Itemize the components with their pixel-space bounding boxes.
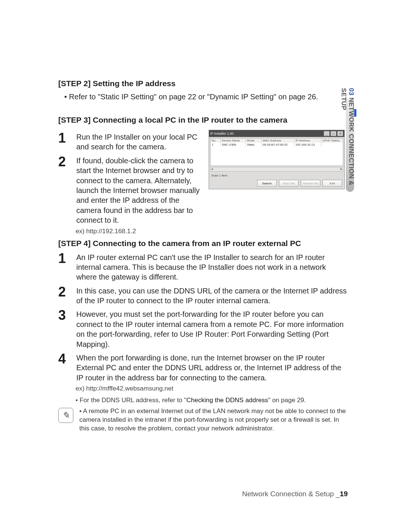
- step4-text-2: In this case, you can use the DDNS URL o…: [76, 285, 348, 306]
- step3-num-2: 2: [58, 155, 75, 225]
- section-side-tab: 03 NETWORK CONNECTION & SETUP: [341, 87, 354, 192]
- step4-example: ex) http://mfffe42.websamsung.net: [76, 385, 348, 392]
- footer-page: 19: [340, 490, 348, 498]
- step2-bullet: Refer to "Static IP Setting" on page 22 …: [64, 92, 348, 102]
- step3-example: ex) http://192.168.1.2: [76, 228, 348, 235]
- search-button[interactable]: Search: [257, 180, 277, 187]
- col-no: No: [211, 138, 221, 143]
- autoset-button[interactable]: Auto Set: [279, 180, 298, 187]
- step2-heading: [STEP 2] Setting the IP address: [58, 79, 348, 88]
- step4-num-3: 3: [58, 309, 75, 349]
- step4-num-2: 2: [58, 285, 75, 306]
- step4-num-4: 4: [58, 352, 75, 383]
- side-tab-title: NETWORK CONNECTION & SETUP: [340, 88, 355, 185]
- footer-section: Network Connection & Setup _: [242, 490, 340, 498]
- step4-text-3: However, you must set the port-forwardin…: [76, 309, 348, 349]
- manualset-button[interactable]: Manual Set: [301, 180, 320, 187]
- maximize-icon[interactable]: □: [330, 131, 336, 136]
- step3-heading: [STEP 3] Connecting a local PC in the IP…: [58, 116, 348, 125]
- ip-installer-window: IP Installer 1.00 _ □ ✕ No Device Name M…: [209, 130, 345, 189]
- col-mode: Mode: [246, 138, 262, 143]
- step4-ddns-note: For the DDNS URL address, refer to "Chec…: [76, 396, 348, 405]
- page-footer: Network Connection & Setup _19: [242, 490, 348, 498]
- col-device: Device Name: [221, 138, 246, 143]
- side-tab-label: 03 NETWORK CONNECTION & SETUP: [345, 88, 355, 189]
- installer-title: IP Installer 1.00: [210, 132, 233, 135]
- installer-button-row: Search Auto Set Manual Set Exit: [209, 178, 344, 189]
- installer-titlebar: IP Installer 1.00 _ □ ✕: [209, 130, 344, 137]
- step3-num-1: 1: [58, 131, 75, 152]
- col-ip: IP Address: [294, 138, 321, 143]
- minimize-icon[interactable]: _: [324, 131, 330, 136]
- col-mac: MAC Address: [262, 138, 294, 143]
- installer-scrollbar[interactable]: ◄►: [210, 167, 343, 172]
- step4-text-4: When the port forwarding is done, run th…: [76, 352, 348, 383]
- side-tab-number: 03: [348, 88, 355, 96]
- step3-text-2: If found, double-click the camera to sta…: [76, 155, 201, 225]
- step3-text-1: Run the IP Installer on your local PC an…: [76, 131, 201, 152]
- step4-num-1: 1: [58, 252, 75, 282]
- exit-button[interactable]: Exit: [323, 180, 342, 187]
- table-row[interactable]: 1 SNC-V300 Static 00:16:6C:47:00:32 192.…: [211, 143, 343, 147]
- col-upnp: UPnP Status: [321, 138, 344, 143]
- installer-grid: No Device Name Mode MAC Address IP Addre…: [210, 138, 343, 166]
- table-header-row: No Device Name Mode MAC Address IP Addre…: [211, 138, 343, 143]
- note-icon: ✎: [58, 408, 73, 423]
- step4-heading: [STEP 4] Connecting to the camera from a…: [58, 239, 348, 248]
- info-note: A remote PC in an external Internet out …: [79, 407, 348, 433]
- installer-status: Scan 1 Item.: [209, 173, 344, 178]
- step4-text-1: An IP router external PC can't use the I…: [76, 252, 348, 282]
